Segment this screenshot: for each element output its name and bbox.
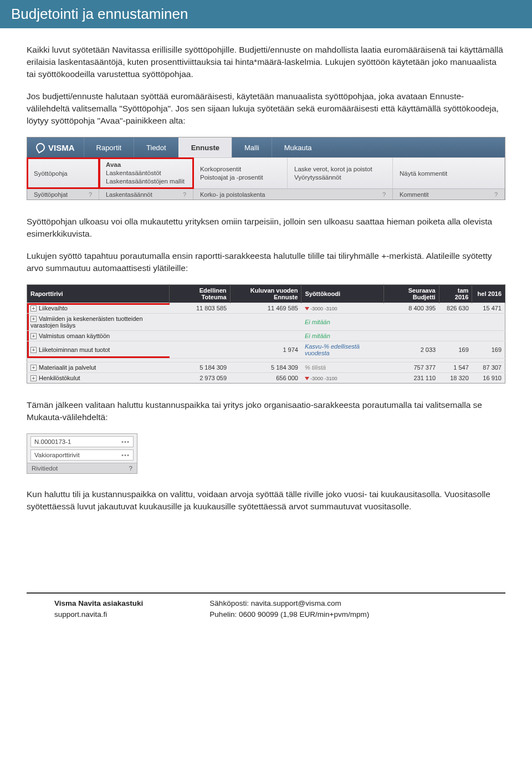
cell xyxy=(384,359,439,362)
col-raporttirivi: Raporttirivi xyxy=(27,285,170,303)
cell: 2 973 059 xyxy=(170,373,230,384)
help-icon[interactable]: ? xyxy=(183,191,186,198)
cell xyxy=(170,331,230,341)
visma-ribbon-screenshot: VISMA Raportit Tiedot Ennuste Malli Muka… xyxy=(27,137,505,200)
tab-mukauta[interactable]: Mukauta xyxy=(272,137,324,157)
table-row[interactable] xyxy=(27,359,505,362)
table-row[interactable]: +Liiketoiminnan muut tuotot1 974Kasvu-% … xyxy=(27,341,505,359)
rivitiedot-popup-screenshot: N.0000173-1 ••• Vakioraporttirivit ••• R… xyxy=(27,433,137,474)
cell: 169 xyxy=(439,341,472,359)
cell: 8 400 395 xyxy=(384,303,439,314)
cell xyxy=(384,331,439,341)
popup-field[interactable]: N.0000173-1 ••• xyxy=(30,436,134,447)
help-icon[interactable]: ? xyxy=(89,191,92,198)
ribbon-group-korko[interactable]: Korkoprosentit Poistoajat ja -prosentit xyxy=(193,158,288,188)
col-header: hel 2016 xyxy=(472,285,505,303)
row-label: +Materiaalit ja palvelut xyxy=(27,362,170,373)
expand-icon[interactable]: + xyxy=(30,316,37,322)
ellipsis-icon[interactable]: ••• xyxy=(121,438,130,445)
cell: 2 033 xyxy=(384,341,439,359)
ribbon-label: Avaa xyxy=(106,161,186,169)
cell: 15 471 xyxy=(472,303,505,314)
ribbon-label: Korkoprosentit xyxy=(200,165,280,173)
col-header: tam 2016 xyxy=(439,285,472,303)
cell xyxy=(170,314,230,331)
row-label: +Valmiiden ja keskeneräisten tuotteiden … xyxy=(27,314,170,331)
row-label: +Valmistus omaan käyttöön xyxy=(27,331,170,341)
footer-text: Puhelin: 0600 90099 (1,98 EUR/min+pvm/mp… xyxy=(209,609,369,620)
popup-footer: Rivitiedot ? xyxy=(27,463,137,473)
tab-tiedot[interactable]: Tiedot xyxy=(134,137,178,157)
table-row[interactable]: +Liikevaihto11 803 58511 469 585-3000 -3… xyxy=(27,303,505,314)
cell: 11 469 585 xyxy=(230,303,301,314)
table-row[interactable]: +Valmistus omaan käyttöönEi mitään xyxy=(27,331,505,341)
ribbon-group-avaa[interactable]: Avaa Laskentasääntöstöt Laskentasääntöst… xyxy=(99,158,193,188)
code-cell: % tilistä xyxy=(301,362,384,373)
col-header: Kuluvan vuoden Ennuste xyxy=(230,285,301,303)
ribbon-group-laske[interactable]: Laske verot, korot ja poistot Vyörytyssä… xyxy=(288,158,393,188)
ribbon-label: Laskentasääntöstöjen mallit xyxy=(106,177,186,186)
tab-ennuste[interactable]: Ennuste xyxy=(178,137,232,157)
cell xyxy=(230,359,301,362)
ribbon-group-kommentit[interactable]: Näytä kommentit xyxy=(393,158,505,188)
ribbon-label: Syöttöpohja xyxy=(34,170,92,177)
cell: 18 320 xyxy=(439,373,472,384)
col-header: Seuraava Budjetti xyxy=(384,285,439,303)
table-row[interactable]: +Henkilöstökulut2 973 059656 000-3000 -3… xyxy=(27,373,505,384)
cell xyxy=(230,331,301,341)
arrow-down-icon xyxy=(305,377,309,380)
expand-icon[interactable]: + xyxy=(30,347,37,353)
ribbon-footer-label: Kommentit? xyxy=(393,189,505,200)
code-cell: -3000 -3100 xyxy=(301,373,384,384)
cell xyxy=(439,331,472,341)
table-row[interactable]: +Valmiiden ja keskeneräisten tuotteiden … xyxy=(27,314,505,331)
ribbon-footer-label: Laskentasäännöt? xyxy=(99,189,193,200)
ribbon-label: Näytä kommentit xyxy=(400,170,498,177)
paragraph: Tämän jälkeen valitaan haluttu kustannus… xyxy=(27,399,505,423)
report-table-screenshot: Raporttirivi Edellinen Toteuma Kuluvan v… xyxy=(27,284,505,384)
expand-icon[interactable]: + xyxy=(30,305,37,311)
visma-logo: VISMA xyxy=(27,137,84,157)
arrow-down-icon xyxy=(305,307,309,310)
popup-value: Vakioraporttirivit xyxy=(34,452,80,458)
cell xyxy=(439,314,472,331)
paragraph: Jos budjetti/ennuste halutaan syöttää eu… xyxy=(27,90,505,127)
row-label: +Henkilöstökulut xyxy=(27,373,170,384)
paragraph: Lukujen syöttö tapahtuu porautumalla ens… xyxy=(27,250,505,274)
expand-icon[interactable]: + xyxy=(30,333,37,339)
cell xyxy=(472,331,505,341)
cell xyxy=(170,341,230,359)
cell: 826 630 xyxy=(439,303,472,314)
cell: 16 910 xyxy=(472,373,505,384)
ribbon-group-syottopohja[interactable]: Syöttöpohja xyxy=(27,158,99,188)
footer-text: support.navita.fi xyxy=(54,609,143,620)
table-row[interactable]: +Materiaalit ja palvelut5 184 3095 184 3… xyxy=(27,362,505,373)
cell: 87 307 xyxy=(472,362,505,373)
cell: 757 377 xyxy=(384,362,439,373)
expand-icon[interactable]: + xyxy=(30,375,37,381)
code-cell xyxy=(301,359,384,362)
footer-text: Sähköposti: navita.support@visma.com xyxy=(209,598,369,609)
popup-field[interactable]: Vakioraporttirivit ••• xyxy=(30,449,134,461)
tab-raportit[interactable]: Raportit xyxy=(84,137,134,157)
ellipsis-icon[interactable]: ••• xyxy=(121,452,130,458)
ribbon-footer-label: Korko- ja poistolaskenta? xyxy=(193,189,393,200)
help-icon[interactable]: ? xyxy=(129,465,132,472)
footer-separator xyxy=(27,592,505,594)
expand-icon[interactable]: + xyxy=(30,365,37,371)
cell xyxy=(472,314,505,331)
cell xyxy=(230,314,301,331)
code-cell: Ei mitään xyxy=(301,314,384,331)
tab-malli[interactable]: Malli xyxy=(232,137,272,157)
help-icon[interactable]: ? xyxy=(382,191,386,198)
cell: 1 547 xyxy=(439,362,472,373)
brand-text: VISMA xyxy=(48,143,75,152)
paragraph: Syöttöpohjan ulkoasu voi olla mukautettu… xyxy=(27,216,505,240)
col-header: Edellinen Toteuma xyxy=(170,285,230,303)
cell xyxy=(472,359,505,362)
paragraph: Kun haluttu tili ja kustannuspaikka on v… xyxy=(27,488,505,513)
ribbon-label: Laskentasääntöstöt xyxy=(106,169,186,177)
help-icon[interactable]: ? xyxy=(494,191,498,198)
cell: 5 184 309 xyxy=(170,362,230,373)
paragraph: Kaikki luvut syötetään Navitassa erillis… xyxy=(27,44,505,80)
